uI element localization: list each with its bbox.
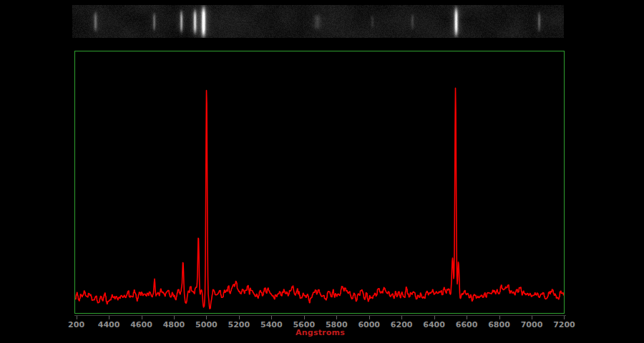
axis-tick <box>467 316 467 319</box>
axis-tick <box>206 316 207 319</box>
axis-tick <box>304 316 305 319</box>
axis-tick <box>239 316 240 319</box>
axis-tick <box>434 316 435 319</box>
ccd-spectrum-image-strip <box>72 5 564 38</box>
axis-tick <box>109 316 109 319</box>
axis-tick <box>174 316 175 319</box>
spectrum-plot-canvas <box>75 51 564 313</box>
axis-tick <box>532 316 532 319</box>
x-axis-title: Angstroms <box>74 328 566 337</box>
axis-tick <box>499 316 500 319</box>
plot-area[interactable] <box>74 51 565 314</box>
axis-tick <box>271 316 272 319</box>
axis-tick <box>369 316 370 319</box>
axis-tick <box>564 316 565 319</box>
spectrum-app-window: 2004400460048005000520054005600580060006… <box>0 0 644 343</box>
axis-tick <box>142 316 142 319</box>
axis-tick <box>77 316 77 319</box>
axis-tick <box>401 316 402 319</box>
axis-tick <box>336 316 337 319</box>
x-axis: 2004400460048005000520054005600580060006… <box>74 315 566 329</box>
